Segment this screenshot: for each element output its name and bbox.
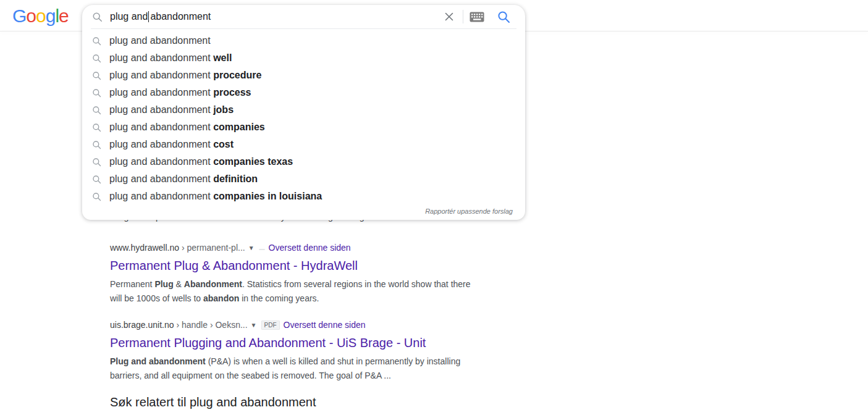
logo-letter: G: [12, 6, 26, 27]
suggestion-text: plug and abandonment definition: [109, 174, 258, 185]
suggestion-text: plug and abandonment process: [109, 87, 251, 98]
magnifier-icon: [92, 157, 101, 167]
magnifier-icon: [92, 140, 101, 149]
clear-search-button[interactable]: [437, 5, 461, 28]
logo-letter: o: [26, 6, 36, 27]
logo-letter: e: [59, 6, 69, 27]
keyboard-icon: [470, 12, 484, 22]
suggestion-item[interactable]: plug and abandonment companies texas: [82, 153, 525, 170]
suggestion-text: plug and abandonment cost: [109, 139, 234, 150]
magnifier-icon: [92, 175, 101, 184]
magnifier-icon: [92, 54, 101, 63]
query-before-caret: plug and: [110, 11, 148, 22]
search-icon: [497, 10, 510, 23]
report-suggestions-link[interactable]: Rapportér upassende forslag: [425, 208, 513, 215]
suggestion-item[interactable]: plug and abandonment process: [82, 84, 525, 101]
result-snippet: Plug and abandonment (P&A) is when a wel…: [110, 354, 476, 383]
virtual-keyboard-button[interactable]: [465, 5, 489, 28]
search-result: www.hydrawell.no › permanent-pl...▼Overs…: [110, 242, 481, 306]
suggestion-item[interactable]: plug and abandonment well: [82, 49, 525, 67]
magnifier-icon: [92, 123, 101, 132]
result-snippet: Permanent Plug & Abandonment. Statistics…: [110, 277, 476, 306]
suggestion-text: plug and abandonment well: [109, 52, 232, 64]
suggestion-item[interactable]: plug and abandonment companies: [82, 119, 525, 136]
suggestion-item[interactable]: plug and abandonment definition: [82, 170, 525, 188]
logo-letter: g: [46, 6, 56, 27]
query-after-caret: abandonment: [150, 11, 211, 22]
result-domain[interactable]: www.hydrawell.no: [110, 243, 179, 253]
google-logo[interactable]: Google: [12, 6, 69, 27]
suggestion-item[interactable]: plug and abandonment jobs: [82, 101, 525, 119]
magnifier-icon: [92, 36, 101, 46]
suggestion-item[interactable]: plug and abandonment cost: [82, 136, 525, 153]
logo-letter: o: [36, 6, 46, 27]
search-input[interactable]: plug and abandonment: [110, 11, 437, 22]
clear-x-icon: [444, 12, 454, 22]
suggestion-item[interactable]: plug and abandonment procedure: [82, 67, 525, 84]
magnifier-icon: [92, 106, 101, 115]
magnifier-icon: [92, 71, 101, 80]
result-breadcrumb: uis.brage.unit.no › handle › Oeksn...▼PD…: [110, 319, 481, 331]
related-searches-heading: Søk relatert til plug and abandonment: [110, 395, 316, 409]
suggestions-list: plug and abandonment plug and abandonmen…: [82, 29, 525, 205]
translate-link[interactable]: Oversett denne siden: [269, 243, 351, 253]
pdf-badge: PDF: [261, 321, 280, 330]
text-caret: [148, 11, 149, 22]
breadcrumb-menu-arrow[interactable]: ▼: [251, 320, 257, 331]
magnifier-icon: [92, 12, 103, 22]
result-path[interactable]: › handle › Oeksn...: [174, 320, 248, 330]
result-breadcrumb: www.hydrawell.no › permanent-pl...▼Overs…: [110, 242, 481, 254]
result-title-link[interactable]: Permanent Plugging and Abandonment - UiS…: [110, 335, 481, 351]
breadcrumb-menu-arrow[interactable]: ▼: [248, 243, 255, 254]
dropdown-footer: Rapportér upassende forslag: [82, 205, 525, 220]
search-result: uis.brage.unit.no › handle › Oeksn...▼PD…: [110, 319, 481, 383]
suggestion-text: plug and abandonment jobs: [109, 104, 234, 115]
suggestion-text: plug and abandonment procedure: [109, 70, 261, 81]
result-domain[interactable]: uis.brage.unit.no: [110, 320, 174, 330]
search-panel: plug and abandonment: [82, 5, 525, 220]
search-submit-button[interactable]: [489, 5, 518, 28]
search-bar: plug and abandonment: [82, 5, 525, 28]
suggestion-item[interactable]: plug and abandonment: [82, 32, 525, 49]
translate-link[interactable]: Oversett denne siden: [284, 320, 366, 330]
result-path[interactable]: › permanent-pl...: [179, 243, 245, 253]
suggestion-item[interactable]: plug and abandonment companies in louisi…: [82, 188, 525, 205]
suggestion-text: plug and abandonment companies texas: [109, 156, 293, 167]
searchbar-divider: [463, 10, 463, 23]
suggestion-text: plug and abandonment companies: [109, 122, 265, 133]
result-title-link[interactable]: Permanent Plug & Abandonment - HydraWell: [110, 258, 481, 274]
suggestion-text: plug and abandonment companies in louisi…: [109, 191, 322, 202]
magnifier-icon: [92, 88, 101, 98]
magnifier-icon: [92, 192, 101, 201]
suggestion-text: plug and abandonment: [109, 35, 211, 46]
pdf-badge: [259, 249, 265, 250]
